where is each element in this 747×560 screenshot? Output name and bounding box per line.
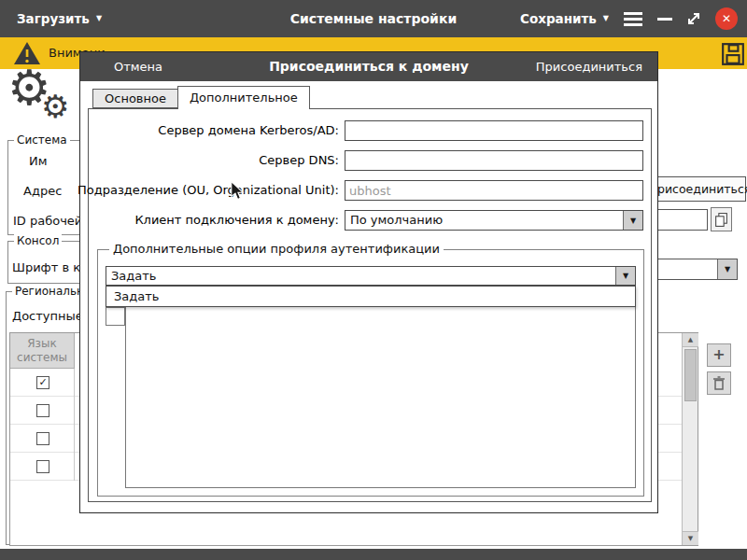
expand-icon[interactable] xyxy=(685,10,702,27)
bottom-bar xyxy=(0,549,747,560)
form-row: Сервер DNS: xyxy=(96,150,643,171)
dropdown-item[interactable]: Задать xyxy=(106,287,635,306)
auth-options-listbox[interactable] xyxy=(125,290,636,488)
auth-option-dropdown-list: Задать xyxy=(106,286,636,307)
settings-gears-icon: ⚙⚙ xyxy=(6,69,80,134)
join-domain-dialog: Отмена Присоединиться к домену Присоедин… xyxy=(79,51,658,513)
table-cell xyxy=(10,397,75,425)
dns-server-input[interactable] xyxy=(345,150,643,171)
title-bar: Загрузить ▼ Системные настройки Сохранит… xyxy=(0,0,747,37)
chevron-down-icon[interactable]: ▼ xyxy=(623,211,642,230)
console-section-legend: Консол xyxy=(14,234,62,247)
scroll-up-icon[interactable]: ▲ xyxy=(683,333,698,347)
kerberos-server-input[interactable] xyxy=(345,120,643,141)
chevron-down-icon[interactable]: ▼ xyxy=(615,267,635,285)
auth-options-legend: Дополнительные опции профиля аутентифика… xyxy=(109,242,444,256)
table-cell xyxy=(10,453,75,481)
tab-basic[interactable]: Основное xyxy=(92,89,178,108)
save-button-label: Сохранить xyxy=(520,11,597,26)
minimize-icon[interactable] xyxy=(657,18,672,21)
form-row: Клиент подключения к домену: По умолчани… xyxy=(96,210,643,231)
form-row: Подразделение (OU, Organizational Unit): xyxy=(96,180,643,201)
console-font-label: Шрифт в ко xyxy=(12,260,88,274)
dns-server-label: Сервер DNS: xyxy=(259,150,339,171)
background-join-button[interactable]: рисоединиться xyxy=(652,176,746,202)
hamburger-menu-icon[interactable] xyxy=(622,10,644,28)
table-scrollbar[interactable]: ▲ ▼ xyxy=(682,333,698,545)
table-cell xyxy=(10,425,75,453)
floppy-disk-icon xyxy=(721,42,745,66)
system-section-legend: Система xyxy=(14,133,70,147)
language-table-header: Язык системы xyxy=(10,333,75,369)
background-join-button-label: рисоединиться xyxy=(657,182,747,196)
dialog-header: Отмена Присоединиться к домену Присоедин… xyxy=(80,52,657,81)
title-bar-controls: Сохранить ▼ ✕ xyxy=(520,0,738,37)
kerberos-server-label: Сервер домена Kerberos/AD: xyxy=(158,120,339,141)
auth-option-value: Задать xyxy=(111,267,157,286)
table-cell: ✓ xyxy=(10,369,75,397)
save-button[interactable]: Сохранить ▼ xyxy=(520,11,609,26)
auth-option-dropdown[interactable]: Задать ▼ xyxy=(106,266,636,286)
ou-input[interactable] xyxy=(345,180,643,201)
form-row: Сервер домена Kerberos/AD: xyxy=(96,120,643,141)
scroll-down-icon[interactable]: ▼ xyxy=(683,531,698,545)
close-icon[interactable]: ✕ xyxy=(715,7,738,30)
workgroup-id-label: ID рабочей xyxy=(13,214,82,228)
computer-name-label: Им xyxy=(29,154,48,168)
regional-section-legend: Региональн xyxy=(12,285,87,298)
language-checkbox[interactable] xyxy=(36,432,49,445)
delete-button[interactable] xyxy=(707,371,731,395)
warning-triangle-icon xyxy=(13,41,41,65)
caret-down-icon: ▼ xyxy=(603,15,609,22)
address-label: Адрес xyxy=(23,184,62,198)
language-checkbox[interactable] xyxy=(36,404,49,417)
domain-client-dropdown[interactable]: По умолчанию ▼ xyxy=(345,210,643,231)
copy-icon xyxy=(714,212,728,228)
tab-panel: Сервер домена Kerberos/AD: Сервер DNS: П… xyxy=(88,108,652,502)
tab-additional[interactable]: Дополнительное xyxy=(177,86,310,109)
domain-client-label: Клиент подключения к домену: xyxy=(134,210,339,231)
copy-button[interactable] xyxy=(711,207,732,231)
auth-list-checkbox-cell[interactable] xyxy=(106,307,125,326)
add-button[interactable]: + xyxy=(707,343,731,367)
ou-label: Подразделение (OU, Organizational Unit): xyxy=(78,180,339,201)
scrollbar-thumb[interactable] xyxy=(684,349,697,401)
screen: Загрузить ▼ Системные настройки Сохранит… xyxy=(0,0,747,560)
join-button[interactable]: Присоединиться xyxy=(536,52,642,81)
save-to-disk-button[interactable] xyxy=(720,41,745,66)
language-checkbox[interactable]: ✓ xyxy=(36,376,49,389)
chevron-down-icon[interactable]: ▼ xyxy=(717,259,737,279)
auth-options-fieldset: Дополнительные опции профиля аутентифика… xyxy=(97,249,644,497)
trash-icon xyxy=(712,376,726,391)
language-checkbox[interactable] xyxy=(36,460,49,473)
dialog-tabs: Основное Дополнительное xyxy=(92,86,310,109)
domain-client-value: По умолчанию xyxy=(350,211,443,230)
mouse-cursor-icon xyxy=(230,181,247,201)
